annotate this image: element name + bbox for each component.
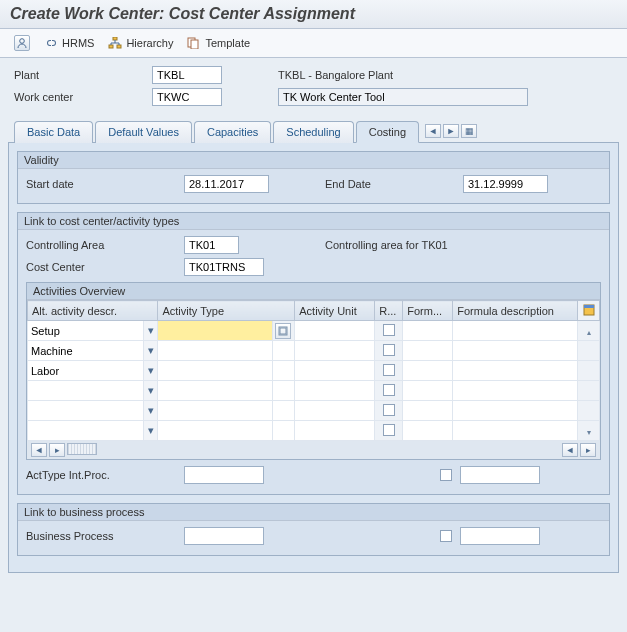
formula-input[interactable] (403, 321, 452, 340)
row-scrollbar[interactable] (578, 361, 600, 381)
formula-input[interactable] (403, 381, 452, 400)
activity-unit-input[interactable] (295, 381, 374, 400)
tab-default-values[interactable]: Default Values (95, 121, 192, 143)
ref-checkbox[interactable] (383, 404, 395, 416)
tab-scheduling[interactable]: Scheduling (273, 121, 353, 143)
formula-input[interactable] (403, 341, 452, 360)
formula-input[interactable] (403, 421, 452, 440)
alt-activity-input[interactable] (28, 381, 143, 400)
toolbar-hrms[interactable]: HRMS (44, 35, 94, 51)
row-scrollbar[interactable] (578, 381, 600, 401)
tab-basic-data[interactable]: Basic Data (14, 121, 93, 143)
formula-input[interactable] (403, 401, 452, 420)
activity-unit-input[interactable] (295, 341, 374, 360)
ref-checkbox[interactable] (383, 364, 395, 376)
alt-activity-input[interactable] (28, 321, 143, 340)
controlling-area-label: Controlling Area (26, 239, 176, 251)
end-date-label: End Date (325, 178, 455, 190)
svg-rect-5 (191, 40, 198, 49)
col-activity-type[interactable]: Activity Type (158, 301, 295, 321)
table-row: ▾ (28, 361, 600, 381)
grid-config-button[interactable] (578, 301, 600, 321)
formula-input[interactable] (403, 361, 452, 380)
end-date-input[interactable] (463, 175, 548, 193)
acttype-checkbox[interactable] (440, 469, 452, 481)
tab-scroll-right-icon[interactable]: ► (443, 124, 459, 138)
grid-scroll-last-icon[interactable]: ▸ (580, 443, 596, 457)
table-settings-icon (583, 304, 595, 316)
alt-activity-input[interactable] (28, 421, 143, 440)
alt-activity-input[interactable] (28, 361, 143, 380)
activity-unit-input[interactable] (295, 421, 374, 440)
grid-scroll-next-icon[interactable]: ◄ (562, 443, 578, 457)
bp-checkbox[interactable] (440, 530, 452, 542)
activity-unit-input[interactable] (295, 401, 374, 420)
plant-desc: TKBL - Bangalore Plant (278, 69, 393, 81)
controlling-area-input[interactable] (184, 236, 239, 254)
activity-type-input[interactable] (158, 341, 272, 360)
alt-activity-dropdown-icon[interactable]: ▾ (144, 381, 158, 401)
start-date-input[interactable] (184, 175, 269, 193)
grid-scroll-prev-icon[interactable]: ▸ (49, 443, 65, 457)
row-scrollbar[interactable] (578, 401, 600, 421)
group-cost-center-title: Link to cost center/activity types (18, 213, 609, 230)
grid-scroll-first-icon[interactable]: ◄ (31, 443, 47, 457)
toolbar-hierarchy[interactable]: Hierarchy (108, 35, 173, 51)
tab-capacities[interactable]: Capacities (194, 121, 271, 143)
ref-checkbox[interactable] (383, 384, 395, 396)
tab-scroll-left-icon[interactable]: ◄ (425, 124, 441, 138)
activity-type-input[interactable] (158, 381, 272, 400)
col-activity-unit[interactable]: Activity Unit (295, 301, 375, 321)
alt-activity-dropdown-icon[interactable]: ▾ (144, 421, 158, 441)
work-center-desc[interactable] (278, 88, 528, 106)
bp-extra-input[interactable] (460, 527, 540, 545)
cost-center-label: Cost Center (26, 261, 176, 273)
activity-type-input[interactable] (158, 401, 272, 420)
activity-unit-input[interactable] (295, 361, 374, 380)
ref-checkbox[interactable] (383, 424, 395, 436)
activity-type-input[interactable] (158, 361, 272, 380)
formula-desc-input[interactable] (453, 321, 577, 340)
ref-checkbox[interactable] (383, 344, 395, 356)
alt-activity-input[interactable] (28, 401, 143, 420)
tab-costing[interactable]: Costing (356, 121, 419, 143)
tab-list-icon[interactable]: ▦ (461, 124, 477, 138)
formula-desc-input[interactable] (453, 341, 577, 360)
col-formula-desc[interactable]: Formula description (453, 301, 578, 321)
row-scrollbar[interactable] (578, 341, 600, 361)
col-formula[interactable]: Form... (403, 301, 453, 321)
f4-help-icon[interactable] (275, 323, 291, 339)
activity-type-input[interactable] (158, 421, 272, 440)
cost-center-input[interactable] (184, 258, 264, 276)
toolbar-template[interactable]: Template (187, 35, 250, 51)
col-r[interactable]: R... (375, 301, 403, 321)
bp-label: Business Process (26, 530, 176, 542)
col-alt-activity[interactable]: Alt. activity descr. (28, 301, 158, 321)
person-icon-button[interactable] (14, 35, 30, 51)
formula-desc-input[interactable] (453, 401, 577, 420)
work-center-input[interactable] (152, 88, 222, 106)
formula-desc-input[interactable] (453, 361, 577, 380)
grid-drag-handle[interactable] (67, 443, 97, 455)
activity-unit-input[interactable] (295, 321, 374, 340)
alt-activity-dropdown-icon[interactable]: ▾ (144, 321, 158, 341)
svg-rect-7 (584, 305, 594, 308)
alt-activity-input[interactable] (28, 341, 143, 360)
formula-desc-input[interactable] (453, 421, 577, 440)
alt-activity-dropdown-icon[interactable]: ▾ (144, 361, 158, 381)
row-scrollbar[interactable]: ▴ (578, 321, 600, 341)
svg-point-0 (20, 39, 25, 44)
activity-type-input[interactable] (158, 321, 272, 340)
table-row: ▾▾ (28, 421, 600, 441)
controlling-area-desc: Controlling area for TK01 (325, 239, 448, 251)
alt-activity-dropdown-icon[interactable]: ▾ (144, 341, 158, 361)
alt-activity-dropdown-icon[interactable]: ▾ (144, 401, 158, 421)
acttype-extra-input[interactable] (460, 466, 540, 484)
acttype-input[interactable] (184, 466, 264, 484)
ref-checkbox[interactable] (383, 324, 395, 336)
plant-input[interactable] (152, 66, 222, 84)
row-scrollbar[interactable]: ▾ (578, 421, 600, 441)
formula-desc-input[interactable] (453, 381, 577, 400)
bp-input[interactable] (184, 527, 264, 545)
table-row: ▾ (28, 341, 600, 361)
